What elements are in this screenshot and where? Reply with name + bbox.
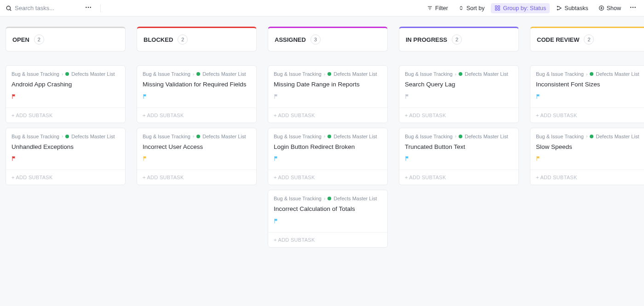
- priority-flag[interactable]: [405, 154, 513, 163]
- status-dot-icon: [65, 135, 69, 138]
- groupby-button[interactable]: Group by: Status: [491, 3, 550, 13]
- svg-point-4: [90, 7, 91, 8]
- task-card[interactable]: Bug & Issue Tracking › Defects Master Li…: [137, 65, 257, 123]
- priority-flag[interactable]: [274, 92, 382, 101]
- priority-flag[interactable]: [536, 154, 644, 163]
- chevron-right-icon: ›: [62, 72, 63, 77]
- add-subtask-button[interactable]: + ADD SUBTASK: [268, 108, 387, 123]
- search-input[interactable]: [15, 5, 79, 11]
- svg-point-19: [632, 7, 633, 8]
- column-header[interactable]: CODE REVIEW 2: [530, 27, 644, 51]
- breadcrumb-list[interactable]: Defects Master List: [71, 134, 115, 139]
- show-button[interactable]: Show: [595, 3, 625, 13]
- task-title: Incorrect User Access: [143, 143, 251, 151]
- sortby-button[interactable]: Sort by: [454, 3, 489, 13]
- chevron-right-icon: ›: [586, 134, 587, 139]
- column-count: 2: [178, 34, 188, 45]
- column-count: 2: [452, 34, 462, 45]
- task-card[interactable]: Bug & Issue Tracking › Defects Master Li…: [6, 128, 126, 186]
- status-dot-icon: [65, 72, 69, 76]
- column-in-progress: IN PROGRESS 2 Bug & Issue Tracking › Def…: [399, 27, 519, 185]
- column-count: 3: [310, 34, 321, 45]
- task-card[interactable]: Bug & Issue Tracking › Defects Master Li…: [399, 128, 519, 186]
- breadcrumb-list[interactable]: Defects Master List: [334, 71, 377, 77]
- column-title: OPEN: [12, 36, 29, 43]
- svg-point-0: [6, 6, 10, 10]
- task-title: Unhandled Exceptions: [12, 143, 120, 151]
- chevron-right-icon: ›: [62, 134, 63, 139]
- search-wrap: [6, 5, 79, 11]
- breadcrumb-project[interactable]: Bug & Issue Tracking: [143, 134, 190, 139]
- add-subtask-button[interactable]: + ADD SUBTASK: [137, 170, 256, 185]
- sortby-label: Sort by: [466, 5, 485, 11]
- task-card[interactable]: Bug & Issue Tracking › Defects Master Li…: [268, 128, 388, 186]
- toolbar-more-right[interactable]: [627, 3, 638, 13]
- add-subtask-button[interactable]: + ADD SUBTASK: [137, 108, 256, 123]
- card-list: Bug & Issue Tracking › Defects Master Li…: [399, 65, 519, 185]
- chevron-right-icon: ›: [586, 72, 587, 77]
- add-subtask-button[interactable]: + ADD SUBTASK: [530, 170, 644, 185]
- priority-flag[interactable]: [536, 92, 644, 101]
- breadcrumb-list[interactable]: Defects Master List: [202, 71, 246, 77]
- breadcrumb-list[interactable]: Defects Master List: [465, 71, 508, 77]
- breadcrumb-list[interactable]: Defects Master List: [334, 196, 377, 201]
- svg-point-12: [557, 6, 558, 7]
- breadcrumb-project[interactable]: Bug & Issue Tracking: [274, 134, 322, 139]
- status-dot-icon: [328, 135, 331, 138]
- breadcrumb-list[interactable]: Defects Master List: [71, 71, 115, 77]
- status-dot-icon: [196, 72, 200, 76]
- add-subtask-button[interactable]: + ADD SUBTASK: [268, 170, 387, 185]
- breadcrumb-project[interactable]: Bug & Issue Tracking: [143, 71, 190, 77]
- add-subtask-button[interactable]: + ADD SUBTASK: [399, 108, 518, 123]
- add-subtask-button[interactable]: + ADD SUBTASK: [399, 170, 518, 185]
- task-card[interactable]: Bug & Issue Tracking › Defects Master Li…: [268, 65, 388, 123]
- breadcrumb-list[interactable]: Defects Master List: [596, 71, 639, 77]
- task-card[interactable]: Bug & Issue Tracking › Defects Master Li…: [6, 65, 126, 123]
- task-title: Android App Crashing: [12, 80, 120, 89]
- column-header[interactable]: BLOCKED 2: [137, 27, 257, 51]
- priority-flag[interactable]: [274, 154, 382, 163]
- task-card[interactable]: Bug & Issue Tracking › Defects Master Li…: [137, 128, 257, 186]
- column-header[interactable]: OPEN 2: [6, 27, 126, 51]
- task-card[interactable]: Bug & Issue Tracking › Defects Master Li…: [268, 190, 388, 248]
- add-subtask-button[interactable]: + ADD SUBTASK: [6, 170, 125, 185]
- column-header[interactable]: ASSIGNED 3: [268, 27, 388, 51]
- breadcrumb-list[interactable]: Defects Master List: [334, 134, 377, 139]
- add-subtask-button[interactable]: + ADD SUBTASK: [6, 108, 125, 123]
- priority-flag[interactable]: [12, 92, 120, 101]
- priority-flag[interactable]: [143, 92, 251, 101]
- breadcrumb-project[interactable]: Bug & Issue Tracking: [274, 71, 322, 77]
- priority-flag[interactable]: [274, 217, 382, 226]
- svg-point-20: [634, 7, 635, 8]
- breadcrumb: Bug & Issue Tracking › Defects Master Li…: [405, 134, 513, 139]
- breadcrumb-project[interactable]: Bug & Issue Tracking: [405, 71, 453, 77]
- breadcrumb-project[interactable]: Bug & Issue Tracking: [405, 134, 453, 139]
- column-header[interactable]: IN PROGRESS 2: [399, 27, 519, 51]
- breadcrumb-list[interactable]: Defects Master List: [202, 134, 246, 139]
- add-subtask-button[interactable]: + ADD SUBTASK: [530, 108, 644, 123]
- breadcrumb-project[interactable]: Bug & Issue Tracking: [274, 196, 322, 201]
- breadcrumb-project[interactable]: Bug & Issue Tracking: [536, 134, 584, 139]
- subtasks-button[interactable]: Subtasks: [552, 3, 592, 13]
- priority-flag[interactable]: [143, 154, 251, 163]
- task-card[interactable]: Bug & Issue Tracking › Defects Master Li…: [530, 128, 644, 186]
- filter-label: Filter: [435, 5, 448, 11]
- add-subtask-button[interactable]: + ADD SUBTASK: [268, 232, 387, 247]
- task-card[interactable]: Bug & Issue Tracking › Defects Master Li…: [530, 65, 644, 123]
- breadcrumb-project[interactable]: Bug & Issue Tracking: [12, 71, 59, 77]
- priority-flag[interactable]: [12, 154, 120, 163]
- kanban-board: OPEN 2 Bug & Issue Tracking › Defects Ma…: [0, 17, 644, 258]
- status-dot-icon: [196, 135, 200, 138]
- breadcrumb-project[interactable]: Bug & Issue Tracking: [12, 134, 59, 139]
- breadcrumb: Bug & Issue Tracking › Defects Master Li…: [143, 71, 251, 77]
- toolbar-more-left[interactable]: [83, 3, 94, 13]
- breadcrumb-list[interactable]: Defects Master List: [596, 134, 639, 139]
- breadcrumb: Bug & Issue Tracking › Defects Master Li…: [274, 71, 382, 77]
- breadcrumb-project[interactable]: Bug & Issue Tracking: [536, 71, 584, 77]
- chevron-right-icon: ›: [324, 196, 325, 201]
- breadcrumb-list[interactable]: Defects Master List: [465, 134, 508, 139]
- task-card[interactable]: Bug & Issue Tracking › Defects Master Li…: [399, 65, 519, 123]
- status-dot-icon: [328, 197, 331, 200]
- filter-button[interactable]: Filter: [423, 3, 452, 13]
- priority-flag[interactable]: [405, 92, 513, 101]
